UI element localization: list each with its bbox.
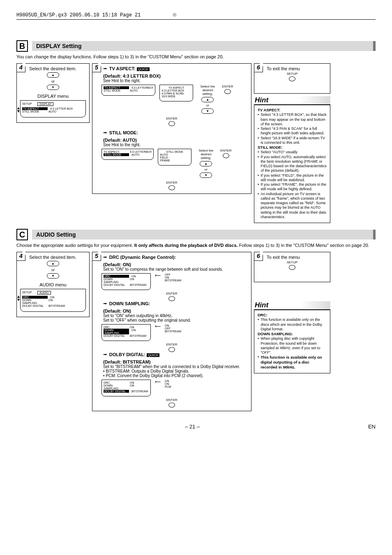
footer: – 21 – EN bbox=[16, 424, 376, 430]
audio-osd: ▲▼ SETUP AUDIO DRCON DOWN SAMPLINGON DOL… bbox=[20, 289, 86, 312]
enter-button[interactable] bbox=[168, 403, 175, 408]
enter-button[interactable] bbox=[168, 121, 175, 126]
enter-button[interactable] bbox=[168, 347, 175, 352]
arrow-icon: ⮕ bbox=[103, 131, 107, 135]
setup-button[interactable] bbox=[289, 76, 295, 81]
dolby-osd: DRCON DOWN SAMPLINGON DOLBY DIGITALBITST… bbox=[101, 380, 151, 396]
hint-tvaspect-head: TV ASPECT: bbox=[258, 108, 280, 112]
updown-icon: ▲▼ bbox=[16, 295, 21, 302]
down-button[interactable]: ▼ bbox=[47, 273, 59, 279]
enter-button[interactable] bbox=[224, 89, 231, 94]
step4-box: 4 Select the desired item. ▲ or ▼ DISPLA… bbox=[16, 63, 90, 123]
down-button[interactable]: ▼ bbox=[200, 173, 212, 178]
up-button[interactable]: ▲ bbox=[47, 261, 59, 266]
step4c-box: 4 Select the desired item. ▲ or ▼ AUDIO … bbox=[16, 252, 90, 317]
tvaspect-default: (Default: 4:3 LETTER BOX) bbox=[103, 74, 248, 78]
stillmode-head: STILL MODE: bbox=[109, 130, 138, 135]
audio-menu-title: AUDIO menu bbox=[20, 282, 86, 287]
hint-box: TV ASPECT: Select "4:3 LETTER BOX", so t… bbox=[254, 105, 330, 223]
step-number: 6 bbox=[254, 252, 263, 261]
stillmode-opts: STILL MODE AUTO FIELD FRAME bbox=[158, 149, 191, 166]
step5c-box: 5 ⮕ DRC (Dynamic Range Control): (Defaul… bbox=[92, 252, 251, 411]
updown-icon: ▲▼ bbox=[16, 106, 21, 113]
step-number: 5 bbox=[92, 252, 101, 261]
display-tab: DISPLAY bbox=[37, 102, 53, 106]
doc-header: H9805UD_EN/SP.qx3 2005.06.10 15:18 Page … bbox=[16, 12, 376, 20]
up-button[interactable]: ▲ bbox=[201, 97, 214, 102]
section-c-layout: 4 Select the desired item. ▲ or ▼ AUDIO … bbox=[16, 252, 376, 411]
section-b-intro: You can change the display functions. Fo… bbox=[16, 54, 376, 59]
down-button[interactable]: ▼ bbox=[201, 108, 214, 114]
hint-box-c: DRC: This function is available only on … bbox=[254, 310, 330, 373]
tvaspect-see: See Hint to the right. bbox=[103, 78, 248, 83]
arrow-icon: ⮕ bbox=[103, 67, 107, 71]
up-button[interactable]: ▲ bbox=[200, 161, 212, 166]
enter-button[interactable] bbox=[168, 185, 175, 190]
up-button[interactable]: ▲ bbox=[47, 72, 59, 78]
arrow-icon: ⟵ bbox=[155, 324, 161, 329]
enter-button[interactable] bbox=[223, 153, 229, 158]
section-title: AUDIO Setting bbox=[32, 230, 376, 240]
step6-text: To exit the menu bbox=[267, 66, 327, 71]
step5-box: 5 ⮕ TV ASPECT: QUICK (Default: 4:3 LETTE… bbox=[92, 63, 251, 194]
enter-label: ENTER bbox=[166, 117, 177, 120]
tvaspect-head: TV ASPECT: QUICK bbox=[109, 66, 150, 71]
stillmode-see: See Hint to the right. bbox=[103, 143, 248, 147]
section-title: DISPLAY Setting bbox=[32, 41, 376, 51]
step6-box: 6 To exit the menu SETUP bbox=[254, 63, 330, 94]
setup-label: SETUP bbox=[287, 72, 298, 76]
step-number: 5 bbox=[92, 63, 101, 72]
select-group: Select the desired setting. ▲ or ▼ bbox=[196, 149, 216, 179]
step-number: 4 bbox=[16, 252, 25, 261]
enter-button[interactable] bbox=[168, 296, 175, 301]
step-number: 4 bbox=[16, 63, 25, 72]
select-group: Select the desired setting. ▲ or ▼ bbox=[197, 85, 218, 115]
drc-osd: DRCON DOWN SAMPLINGON DOLBY DIGITALBITST… bbox=[101, 273, 151, 290]
setup-button[interactable] bbox=[289, 265, 295, 270]
section-b-layout: 4 Select the desired item. ▲ or ▼ DISPLA… bbox=[16, 63, 376, 223]
arrow-icon: ⮕ bbox=[103, 352, 107, 357]
down-osd: DRCON DOWN SAMPLINGON DOLBY DIGITALBITST… bbox=[101, 324, 151, 341]
arrow-icon: ⮕ bbox=[103, 255, 107, 260]
tvaspect-opts: TV ASPECT 4:3 LETTER BOX 4:3 PAN & SCAN … bbox=[159, 85, 193, 101]
section-c-head: C AUDIO Setting bbox=[16, 229, 376, 240]
step4c-text: Select the desired item. bbox=[29, 255, 86, 260]
enter-label: ENTER bbox=[166, 181, 177, 184]
section-letter: C bbox=[16, 229, 28, 240]
section-c-intro: Choose the appropriate audio settings fo… bbox=[16, 243, 376, 248]
or-label: or bbox=[51, 79, 55, 83]
arrow-icon: ⮕ bbox=[103, 302, 107, 306]
stillmode-default: (Default: AUTO) bbox=[103, 138, 248, 143]
hint-stillmode-head: STILL MODE: bbox=[258, 145, 283, 150]
step4-text: Select the desired item. bbox=[29, 66, 86, 71]
language-code: EN bbox=[368, 424, 376, 430]
register-mark-icon: ⊕ bbox=[173, 11, 177, 19]
section-letter: B bbox=[16, 40, 28, 52]
display-menu-title: DISPLAY menu bbox=[20, 94, 86, 99]
hint-title: Hint bbox=[254, 96, 330, 105]
stillmode-osd: TV ASPECT4:3 LETTERBOX STILL MODEAUTO bbox=[101, 149, 154, 160]
hint-title: Hint bbox=[254, 301, 330, 310]
down-button[interactable]: ▼ bbox=[47, 85, 59, 90]
tvaspect-osd: TV ASPECT4:3 LETTERBOX STILL MODEAUTO bbox=[101, 85, 155, 96]
setup-tab: SETUP bbox=[22, 102, 32, 106]
header-text: H9805UD_EN/SP.qx3 2005.06.10 15:18 Page … bbox=[16, 12, 141, 18]
page-number: – 21 – bbox=[185, 424, 200, 430]
arrow-icon: ⟵ bbox=[155, 273, 161, 278]
step6c-box: 6 To exit the menu SETUP bbox=[254, 252, 330, 282]
arrow-icon: ⟵ bbox=[155, 380, 161, 384]
display-osd: ▲▼ SETUP DISPLAY TV ASPECT4:3 LETTER BOX… bbox=[20, 100, 86, 117]
step-number: 6 bbox=[254, 63, 263, 72]
section-b-head: B DISPLAY Setting bbox=[16, 40, 376, 52]
